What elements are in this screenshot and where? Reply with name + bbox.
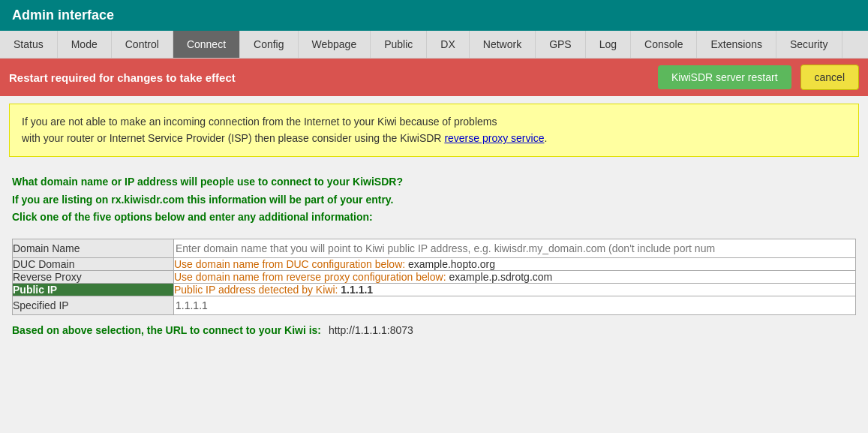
cancel-button[interactable]: cancel	[800, 65, 859, 90]
option-row-domain-name[interactable]: Domain Name	[13, 239, 856, 258]
intro-text: What domain name or IP address will peop…	[12, 173, 856, 227]
option-val-text-2: example.p.sdrotg.com	[449, 271, 553, 283]
specified-ip-input[interactable]	[174, 296, 855, 314]
warning-box: If you are not able to make an incoming …	[9, 104, 859, 157]
option-label-3[interactable]: Public IP	[13, 284, 174, 296]
nav-tab-connect[interactable]: Connect	[173, 31, 240, 58]
intro-line2: If you are listing on rx.kiwisdr.com thi…	[12, 191, 856, 209]
option-prefix-3: Public IP address detected by Kiwi:	[174, 284, 341, 296]
nav-tab-dx[interactable]: DX	[427, 31, 469, 58]
domain-name-input[interactable]	[174, 239, 855, 257]
option-value-4[interactable]	[174, 296, 856, 315]
nav-tab-mode[interactable]: Mode	[58, 31, 112, 58]
intro-line3: Click one of the five options below and …	[12, 209, 856, 227]
nav-tab-log[interactable]: Log	[586, 31, 631, 58]
restart-bar: Restart required for changes to take eff…	[0, 59, 868, 96]
option-row-public-ip[interactable]: Public IPPublic IP address detected by K…	[13, 284, 856, 296]
url-label: Based on above selection, the URL to con…	[12, 324, 321, 336]
reverse-proxy-link[interactable]: reverse proxy service	[444, 132, 544, 144]
nav-tab-security[interactable]: Security	[776, 31, 842, 58]
restart-message: Restart required for changes to take eff…	[9, 71, 649, 84]
url-bar: Based on above selection, the URL to con…	[12, 324, 856, 336]
nav-bar: StatusModeControlConnectConfigWebpagePub…	[0, 31, 868, 59]
option-label-0[interactable]: Domain Name	[13, 239, 174, 258]
warning-text2: with your router or Internet Service Pro…	[22, 132, 444, 144]
option-label-4[interactable]: Specified IP	[13, 296, 174, 315]
option-label-2[interactable]: Reverse Proxy	[13, 271, 174, 284]
warning-text3: .	[544, 132, 547, 144]
option-val-text-1: example.hopto.org	[408, 258, 495, 270]
option-value-0[interactable]	[174, 239, 856, 258]
option-val-text-3: 1.1.1.1	[341, 284, 373, 296]
option-value-1: Use domain name from DUC configuration b…	[174, 258, 856, 271]
app-header: Admin interface	[0, 0, 868, 31]
nav-tab-config[interactable]: Config	[240, 31, 298, 58]
nav-tab-webpage[interactable]: Webpage	[299, 31, 371, 58]
nav-tab-control[interactable]: Control	[112, 31, 173, 58]
nav-tab-status[interactable]: Status	[0, 31, 58, 58]
option-row-duc-domain[interactable]: DUC DomainUse domain name from DUC confi…	[13, 258, 856, 271]
options-table: Domain NameDUC DomainUse domain name fro…	[12, 239, 856, 315]
option-label-1[interactable]: DUC Domain	[13, 258, 174, 271]
option-prefix-1: Use domain name from DUC configuration b…	[174, 258, 408, 270]
option-row-specified-ip[interactable]: Specified IP	[13, 296, 856, 315]
option-prefix-2: Use domain name from reverse proxy confi…	[174, 271, 449, 283]
restart-button[interactable]: KiwiSDR server restart	[658, 65, 791, 89]
url-value: http://1.1.1.1:8073	[329, 324, 413, 336]
option-value-3: Public IP address detected by Kiwi: 1.1.…	[174, 284, 856, 296]
option-value-2: Use domain name from reverse proxy confi…	[174, 271, 856, 284]
nav-tab-extensions[interactable]: Extensions	[697, 31, 776, 58]
nav-tab-public[interactable]: Public	[371, 31, 427, 58]
warning-text1: If you are not able to make an incoming …	[22, 116, 497, 128]
nav-tab-gps[interactable]: GPS	[536, 31, 586, 58]
intro-line1: What domain name or IP address will peop…	[12, 173, 856, 191]
option-row-reverse-proxy[interactable]: Reverse ProxyUse domain name from revers…	[13, 271, 856, 284]
nav-tab-network[interactable]: Network	[470, 31, 536, 58]
main-content: What domain name or IP address will peop…	[0, 164, 868, 345]
app-title: Admin interface	[12, 8, 114, 23]
nav-tab-console[interactable]: Console	[631, 31, 697, 58]
